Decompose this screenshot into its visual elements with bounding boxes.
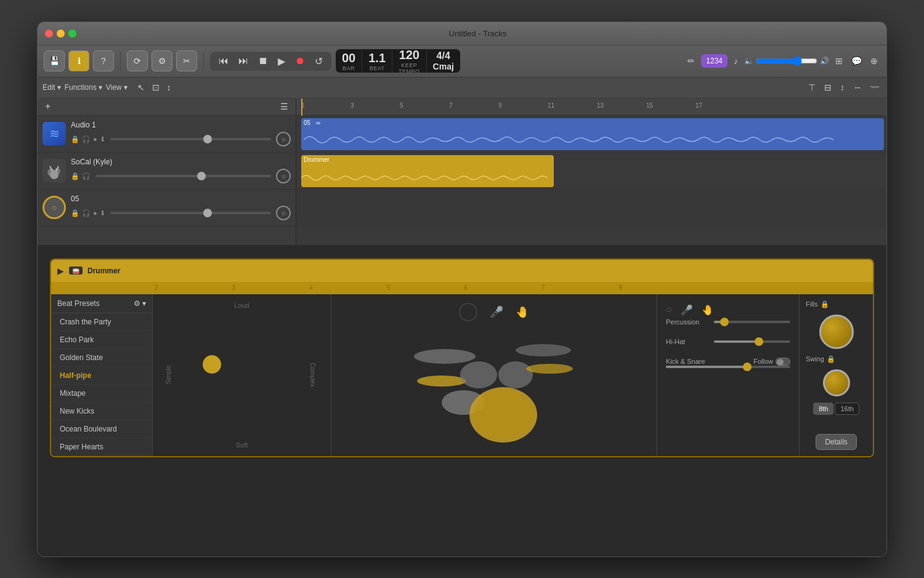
traffic-lights [45, 30, 76, 38]
audio1-lane: 05 ∞ [296, 116, 886, 153]
hand-icon[interactable]: 🤚 [516, 305, 529, 319]
chevron-down-icon: ▾ [142, 299, 146, 308]
minimize-button[interactable] [57, 30, 65, 38]
tempo-display[interactable]: 120 KEEP TEMPO [392, 49, 427, 73]
loop-button[interactable]: ⟳ [127, 50, 148, 71]
swing-knob[interactable] [823, 369, 850, 396]
beat-editor[interactable]: Loud Soft Simple Complex [153, 294, 331, 456]
save-button[interactable]: 💾 [44, 50, 65, 71]
track-options-button[interactable]: ☰ [278, 99, 291, 114]
stop-button[interactable]: ⏹ [254, 54, 272, 68]
score-button[interactable]: ♪ [731, 54, 740, 68]
preset-paper-hearts[interactable]: Paper Hearts [51, 438, 152, 456]
edit-menu[interactable]: Edit ▾ [43, 83, 61, 92]
audio-region[interactable]: 05 ∞ [301, 118, 884, 150]
drummer-region[interactable]: Drummer [301, 155, 554, 187]
mute-button-drummer[interactable]: 🔒 [71, 172, 79, 180]
align-top-button[interactable]: ⊤ [806, 80, 818, 95]
marquee-tool-button[interactable]: ⊡ [150, 80, 162, 95]
preset-half-pipe[interactable]: Half-pipe [51, 367, 152, 385]
note-buttons: 8th 16th [813, 403, 859, 415]
dot-button-audio1[interactable]: ● [93, 135, 97, 143]
preset-golden-state[interactable]: Golden State [51, 349, 152, 367]
preset-crash-the-party[interactable]: Crash the Party [51, 313, 152, 331]
kicksnare-slider[interactable] [666, 366, 790, 368]
fills-knob[interactable] [819, 315, 854, 349]
close-button[interactable] [45, 30, 53, 38]
volume-knob-drummer[interactable]: ◎ [276, 169, 291, 183]
pencil-button[interactable]: ✏ [685, 54, 697, 68]
view-chevron-icon: ▾ [124, 83, 128, 92]
scissors-button[interactable]: ✂ [176, 50, 197, 71]
solo-button-loop[interactable]: 🎧 [82, 209, 91, 217]
beat-label: BEAT [370, 65, 385, 71]
preset-ocean-boulevard[interactable]: Ocean Boulevard [51, 420, 152, 438]
preset-echo-park[interactable]: Echo Park [51, 331, 152, 349]
drummer-panel: ▶ 🥁 Drummer 2 3 4 5 6 7 8 [50, 259, 874, 457]
smart-controls-button[interactable]: 1234 [701, 54, 727, 68]
mixer-button[interactable]: ⚙ [152, 50, 172, 71]
add-track-button[interactable]: + [43, 98, 53, 114]
hihat-slider[interactable] [714, 340, 790, 343]
info-button[interactable]: ℹ [68, 50, 89, 71]
timesig-display[interactable]: 4/4 Cmaj [427, 49, 460, 73]
view-menu[interactable]: View ▾ [106, 83, 128, 92]
beat-puck[interactable] [203, 355, 221, 374]
track-item-drummer[interactable]: SoCal (Kyle) 🔒 🎧 ◎ [38, 153, 296, 190]
waveform-button[interactable]: 〰 [868, 80, 881, 95]
beat-display: 1.1 BEAT [362, 49, 392, 73]
edit-label: Edit [43, 83, 55, 92]
track-drummer-icon [43, 159, 66, 182]
mute-button-audio1[interactable]: 🔒 [71, 135, 79, 143]
ruler-mark-9: 9 [498, 102, 502, 109]
maximize-button[interactable] [68, 30, 76, 38]
preset-new-kicks[interactable]: New Kicks [51, 403, 152, 420]
details-button[interactable]: Details [816, 434, 857, 450]
chat-button[interactable]: 💬 [849, 54, 864, 68]
note-8th-button[interactable]: 8th [813, 403, 833, 415]
zoom-height-button[interactable]: ↕ [838, 80, 847, 95]
fastforward-button[interactable]: ⏭ [235, 54, 252, 68]
beat-presets-options[interactable]: ⚙ ▾ [134, 299, 146, 308]
share-button[interactable]: ⊕ [868, 54, 880, 68]
expand-tool-button[interactable]: ↕ [164, 80, 174, 95]
bar-label: BAR [342, 65, 355, 71]
cycle-button[interactable]: ↺ [311, 54, 326, 68]
volume-knob-audio1[interactable]: ◎ [276, 132, 291, 147]
help-button[interactable]: ? [93, 50, 114, 71]
solo-button-drummer[interactable]: 🎧 [82, 172, 91, 180]
help-icon: ? [101, 56, 106, 66]
main-window: Untitled - Tracks 💾 ℹ ? ⟳ ⚙ ✂ ⏮ ⏭ ⏹ ▶ ⏺ … [37, 22, 887, 557]
percussion-slider[interactable] [714, 321, 790, 323]
svg-point-9 [460, 361, 497, 388]
save-icon: 💾 [49, 56, 60, 66]
play-button[interactable]: ▶ [274, 54, 289, 68]
cursor-tool-button[interactable]: ↖ [135, 80, 147, 95]
preset-mixtape[interactable]: Mixtape [51, 385, 152, 403]
track-item-loop[interactable]: ○ 05 🔒 🎧 ● ⬇ ◎ [38, 190, 296, 227]
dot-button-loop[interactable]: ● [93, 209, 97, 217]
ruler-mark-13: 13 [597, 102, 604, 109]
track-item-audio1[interactable]: ≋ Audio 1 🔒 🎧 ● ⬇ ◎ [38, 116, 296, 153]
input-button-loop[interactable]: ⬇ [100, 209, 105, 217]
cymbal-icon[interactable] [459, 303, 477, 321]
volume-slider[interactable] [756, 56, 817, 66]
scissors-icon: ✂ [183, 56, 190, 66]
record-button[interactable]: ⏺ [291, 54, 309, 68]
ruler-mark-17: 17 [695, 102, 702, 109]
drummer-icon: 🥁 [69, 267, 83, 275]
solo-button-audio1[interactable]: 🎧 [82, 135, 91, 143]
mic-icon[interactable]: 🎤 [490, 305, 503, 319]
settings-button[interactable]: ⊞ [833, 54, 845, 68]
mixer-icon: ⚙ [158, 56, 166, 66]
rewind-button[interactable]: ⏮ [215, 54, 232, 68]
functions-menu[interactable]: Functions ▾ [65, 83, 102, 92]
mute-button-loop[interactable]: 🔒 [71, 209, 79, 217]
tracks-toolbar: Edit ▾ Functions ▾ View ▾ ↖ ⊡ ↕ ⊤ ⊟ ↕ ↔ … [38, 78, 886, 98]
note-16th-button[interactable]: 16th [835, 403, 859, 415]
volume-knob-loop[interactable]: ◎ [276, 206, 291, 220]
zoom-width-button[interactable]: ↔ [851, 80, 864, 95]
follow-toggle[interactable] [776, 358, 790, 366]
fit-button[interactable]: ⊟ [822, 80, 834, 95]
input-button-audio1[interactable]: ⬇ [100, 135, 105, 143]
